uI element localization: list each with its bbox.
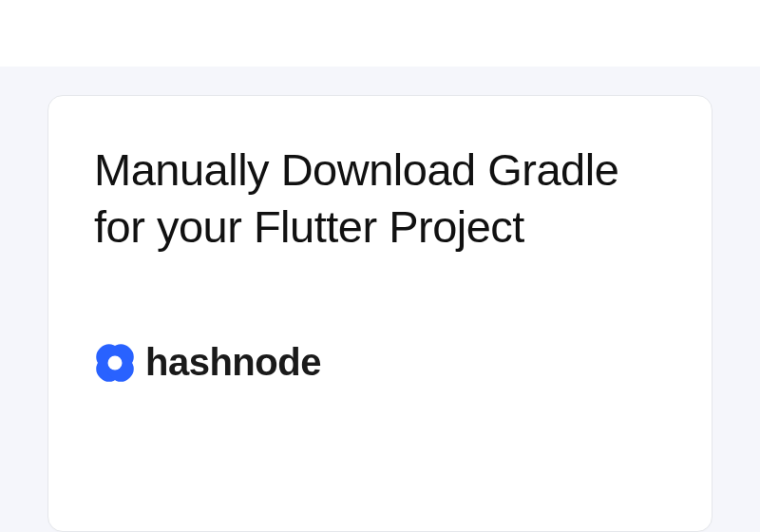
hashnode-logo-icon (94, 342, 136, 384)
brand-name: hashnode (145, 341, 321, 384)
article-title: Manually Download Gradle for your Flutte… (94, 142, 666, 256)
article-card: Manually Download Gradle for your Flutte… (48, 95, 712, 532)
tinted-background: Manually Download Gradle for your Flutte… (0, 66, 760, 532)
svg-point-2 (108, 355, 123, 370)
page-container: Manually Download Gradle for your Flutte… (0, 0, 760, 532)
brand-row: hashnode (94, 341, 666, 384)
